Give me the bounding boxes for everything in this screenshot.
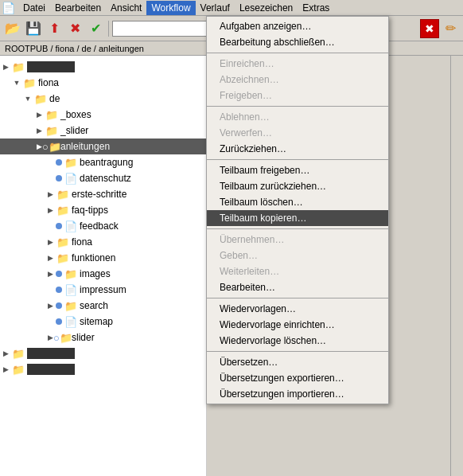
tree-item-sitemap[interactable]: ▶ 📄 sitemap — [0, 314, 206, 330]
scrollbar[interactable] — [450, 56, 463, 476]
dot-marker — [56, 287, 62, 293]
toggle[interactable]: ▶ — [0, 348, 11, 359]
menu-geben[interactable]: Geben… — [207, 248, 388, 263]
menu-extras[interactable]: Extras — [298, 1, 334, 15]
menu-verlauf[interactable]: Verlauf — [196, 1, 235, 15]
toggle[interactable]: ▼ — [11, 77, 22, 88]
menu-wiedervorlage-einrichten[interactable]: Wiedervorlage einrichten… — [207, 317, 388, 333]
folder-icon: 📁 — [64, 267, 78, 280]
tree-item-slider2[interactable]: ▶ ○📁 slider — [0, 330, 206, 345]
tree-item-boxes[interactable]: ▶ 📁 _boxes — [0, 107, 206, 123]
tree-label-faq-tipps: faq-tipps — [72, 205, 108, 216]
search-input[interactable] — [112, 21, 208, 37]
menu-sep-6 — [207, 351, 388, 352]
menu-teilbaum-freigeben[interactable]: Teilbaum freigeben… — [207, 162, 388, 178]
tree-item-fiona[interactable]: ▼ 📁 fiona — [0, 75, 206, 91]
toggle[interactable]: ▶ — [45, 268, 56, 279]
toggle[interactable]: ▶ — [45, 205, 56, 216]
toggle[interactable]: ▶ — [33, 125, 45, 136]
toggle[interactable]: ▶ — [45, 300, 56, 311]
menu-uebersetzen[interactable]: Übersetzen… — [207, 354, 388, 370]
menu-zurueckziehen[interactable]: Zurückziehen… — [207, 141, 388, 157]
folder-icon: 📁 — [22, 76, 37, 89]
tree-item-erste-schritte[interactable]: ▶ 📁 erste-schritte — [0, 186, 206, 202]
folder-icon: 📁 — [33, 92, 48, 105]
delete-button[interactable]: ✖ — [65, 19, 84, 38]
toggle: ▶ — [45, 316, 56, 327]
toggle[interactable]: ▶ — [45, 252, 56, 263]
close-red-button[interactable]: ✖ — [420, 19, 439, 38]
dot-marker — [56, 159, 62, 166]
tree-label-sitemap: sitemap — [80, 316, 113, 327]
tree-label-feedback: feedback — [80, 220, 119, 232]
dot-marker — [56, 271, 62, 277]
tree-item-de[interactable]: ▼ 📁 de — [0, 91, 206, 107]
tree-item-faq-tipps[interactable]: ▶ 📁 faq-tipps — [0, 202, 206, 218]
menu-einreichen[interactable]: Einreichen… — [207, 56, 388, 72]
toggle[interactable]: ▼ — [22, 93, 33, 104]
menu-teilbaum-kopieren[interactable]: Teilbaum kopieren… — [207, 210, 388, 226]
tree-item-search[interactable]: ▶ 📁 search — [0, 298, 206, 314]
tree-label-impressum: impressum — [80, 284, 126, 295]
menu-bearbeiten[interactable]: Bearbeiten — [50, 1, 106, 15]
menu-teilbaum-loeschen[interactable]: Teilbaum löschen… — [207, 194, 388, 210]
menu-ansicht[interactable]: Ansicht — [106, 1, 146, 15]
tree-item-anleitungen[interactable]: ▶ ○📁 anleitungen — [0, 139, 206, 154]
tree-item-datenschutz[interactable]: ▶ 📄 datenschutz — [0, 170, 206, 186]
tree-label-images: images — [80, 268, 111, 279]
tree-item-root1[interactable]: ▶ 📁 — [0, 59, 206, 75]
tree-item-feedback[interactable]: ▶ 📄 feedback — [0, 218, 206, 234]
menu-aufgaben[interactable]: Aufgaben anzeigen… — [207, 18, 388, 34]
toggle[interactable]: ▶ — [33, 109, 45, 120]
menu-datei[interactable]: Datei — [18, 1, 50, 15]
edit-icon-button[interactable]: ✏ — [441, 19, 460, 38]
menu-wiedervorlage-loeschen[interactable]: Wiedervorlage löschen… — [207, 333, 388, 349]
tree-item-beantragung[interactable]: ▶ 📁 beantragung — [0, 154, 206, 170]
doc-icon: 📄 — [64, 220, 78, 232]
doc-icon: 📄 — [64, 283, 78, 296]
tree-label-slider: _slider — [60, 125, 88, 136]
menu-wiedervorlagen[interactable]: Wiedervorlagen… — [207, 301, 388, 317]
tree-item-impressum[interactable]: ▶ 📄 impressum — [0, 282, 206, 298]
dot-marker — [56, 175, 62, 181]
menu-abzeichnen[interactable]: Abzeichnen… — [207, 72, 388, 88]
tree-item-funktionen[interactable]: ▶ 📁 funktionen — [0, 250, 206, 266]
menu-bearbeitung[interactable]: Bearbeitung abschließen… — [207, 34, 388, 50]
toolbar-right: ✖ ✏ — [420, 19, 460, 38]
upload-button[interactable]: ⬆ — [45, 19, 64, 38]
menu-freigeben[interactable]: Freigeben… — [207, 88, 388, 103]
tree-item-slider[interactable]: ▶ 📁 _slider — [0, 123, 206, 139]
tree-label-funktionen: funktionen — [72, 252, 115, 263]
open-button[interactable]: 📂 — [3, 19, 22, 38]
menu-teilbaum-zurueckziehen[interactable]: Teilbaum zurückziehen… — [207, 178, 388, 194]
menu-weiterleiten[interactable]: Weiterleiten… — [207, 263, 388, 279]
save-button[interactable]: 💾 — [24, 19, 43, 38]
tree-label-search: search — [80, 300, 108, 311]
tree-label-root2 — [27, 348, 75, 359]
menu-uebernehmen[interactable]: Übernehmen… — [207, 232, 388, 248]
toggle[interactable]: ▶ — [0, 61, 11, 72]
menu-uebersetzungen-importieren[interactable]: Übersetzungen importieren… — [207, 386, 388, 402]
menu-bearbeiten[interactable]: Bearbeiten… — [207, 279, 388, 295]
tree-item-fiona2[interactable]: ▶ 📁 fiona — [0, 234, 206, 250]
menu-uebersetzungen-exportieren[interactable]: Übersetzungen exportieren… — [207, 370, 388, 386]
folder-icon: 📁 — [64, 299, 78, 312]
menu-lesezeichen[interactable]: Lesezeichen — [235, 1, 298, 15]
menu-sep-4 — [207, 228, 388, 229]
toggle[interactable]: ▶ — [0, 364, 11, 375]
menu-verwerfen[interactable]: Verwerfen… — [207, 125, 388, 141]
breadcrumb-path: ROOTPUB / fiona / de / anleitungen — [5, 44, 144, 53]
tree-item-images[interactable]: ▶ 📁 images — [0, 266, 206, 282]
menu-workflow[interactable]: Workflow — [146, 1, 195, 15]
menu-ablehnen[interactable]: Ablehnen… — [207, 109, 388, 125]
check-button[interactable]: ✔ — [86, 19, 105, 38]
folder-icon: 📁 — [11, 60, 25, 73]
toggle[interactable]: ▶ — [45, 189, 56, 200]
toggle[interactable]: ▶ — [45, 236, 56, 248]
app-icon: 📄 — [2, 2, 15, 14]
toolbar-sep — [108, 21, 109, 37]
tree-item-root2[interactable]: ▶ 📁 — [0, 345, 206, 361]
tree-label-de: de — [49, 93, 60, 104]
tree-item-root3[interactable]: ▶ 📁 — [0, 361, 206, 377]
tree-label-anleitungen: anleitungen — [60, 141, 110, 152]
